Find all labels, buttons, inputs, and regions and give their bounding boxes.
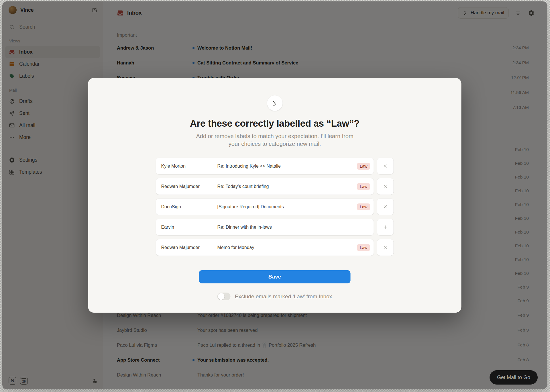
desktop-background: Vince Search ViewsInboxCalendarLabelsMai…: [0, 0, 550, 392]
email-sender: DocuSign: [161, 204, 217, 209]
notion-mail-window: Vince Search ViewsInboxCalendarLabelsMai…: [2, 1, 547, 389]
email-subject: Re: Today’s court briefing: [217, 184, 357, 189]
label-review-row: Kyle MortonRe: Introducing Kyle <> Natal…: [156, 158, 394, 174]
plus-icon: [383, 224, 388, 230]
label-review-email-card[interactable]: Kyle MortonRe: Introducing Kyle <> Natal…: [156, 158, 374, 174]
label-review-row: EarvinRe: Dinner with the in-laws: [156, 219, 394, 235]
label-review-email-card[interactable]: Redwan MajumderRe: Today’s court briefin…: [156, 178, 374, 195]
exclude-toggle-label: Exclude emails marked ‘Law’ from Inbox: [235, 293, 332, 300]
label-badge[interactable]: Law: [357, 163, 370, 170]
email-sender: Redwan Majumder: [161, 245, 217, 250]
dialog-title: Are these correctly labelled as “Law”?: [88, 118, 461, 129]
save-button[interactable]: Save: [199, 270, 351, 283]
label-review-rows: Kyle MortonRe: Introducing Kyle <> Natal…: [156, 158, 394, 256]
email-subject: [Signature Required] Documents: [217, 204, 357, 209]
exclude-toggle[interactable]: [217, 293, 231, 300]
label-review-email-card[interactable]: Redwan MajumderMemo for MondayLaw: [156, 239, 374, 256]
remove-label-button[interactable]: [377, 199, 394, 215]
add-label-button[interactable]: [377, 219, 394, 235]
notion-mail-ai-icon: [267, 95, 282, 111]
close-icon: [383, 204, 388, 209]
email-subject: Re: Introducing Kyle <> Natalie: [217, 164, 357, 169]
toggle-knob: [218, 293, 225, 300]
label-badge[interactable]: Law: [357, 203, 370, 210]
email-sender: Kyle Morton: [161, 164, 217, 169]
label-review-row: Redwan MajumderRe: Today’s court briefin…: [156, 178, 394, 195]
label-review-email-card[interactable]: DocuSign[Signature Required] DocumentsLa…: [156, 199, 374, 215]
label-badge[interactable]: Law: [357, 244, 370, 251]
email-subject: Memo for Monday: [217, 245, 357, 250]
label-review-row: DocuSign[Signature Required] DocumentsLa…: [156, 199, 394, 215]
label-review-email-card[interactable]: EarvinRe: Dinner with the in-laws: [156, 219, 374, 235]
close-icon: [383, 245, 388, 250]
get-mail-to-go-button[interactable]: Get Mail to Go: [490, 370, 538, 385]
dialog-description: Add or remove labels to match your expec…: [190, 132, 359, 148]
label-review-row: Redwan MajumderMemo for MondayLaw: [156, 239, 394, 256]
exclude-toggle-row: Exclude emails marked ‘Law’ from Inbox: [88, 293, 461, 300]
remove-label-button[interactable]: [377, 239, 394, 256]
close-icon: [383, 184, 388, 189]
email-sender: Earvin: [161, 225, 217, 230]
close-icon: [383, 163, 388, 169]
remove-label-button[interactable]: [377, 158, 394, 174]
email-sender: Redwan Majumder: [161, 184, 217, 189]
remove-label-button[interactable]: [377, 178, 394, 195]
label-review-dialog: Are these correctly labelled as “Law”? A…: [88, 78, 461, 313]
email-subject: Re: Dinner with the in-laws: [217, 225, 370, 230]
label-badge[interactable]: Law: [357, 183, 370, 190]
